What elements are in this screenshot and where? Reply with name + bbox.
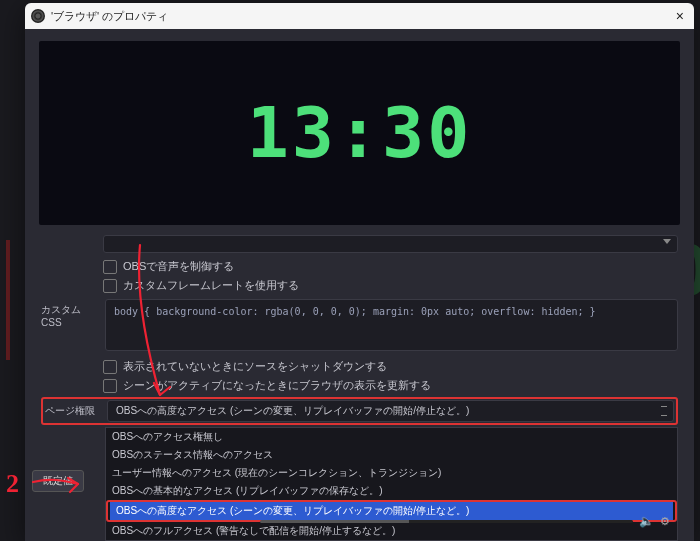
custom-fps-label: カスタムフレームレートを使用する bbox=[123, 278, 299, 293]
background-app-strip bbox=[0, 0, 25, 541]
page-permission-select[interactable]: OBSへの高度なアクセス (シーンの変更、リプレイバッファの開始/停止など。) bbox=[107, 400, 674, 422]
audio-meter bbox=[260, 520, 633, 523]
titlebar: 'ブラウザ' のプロパティ × bbox=[25, 3, 694, 29]
custom-css-textarea[interactable]: body { background-color: rgba(0, 0, 0, 0… bbox=[105, 299, 678, 351]
perm-option-basic[interactable]: OBSへの基本的なアクセス (リプレイバッファの保存など。) bbox=[106, 482, 677, 500]
perm-option-status[interactable]: OBSのステータス情報へのアクセス bbox=[106, 446, 677, 464]
collapsed-url-field[interactable] bbox=[103, 235, 678, 253]
custom-css-row: カスタム CSS body { background-color: rgba(0… bbox=[41, 299, 678, 351]
refresh-active-row[interactable]: シーンがアクティブになったときにブラウザの表示を更新する bbox=[103, 378, 678, 393]
form-area: OBSで音声を制御する カスタムフレームレートを使用する カスタム CSS bo… bbox=[25, 229, 694, 541]
obs-logo-icon bbox=[31, 9, 45, 23]
control-audio-label: OBSで音声を制御する bbox=[123, 259, 234, 274]
refresh-active-label: シーンがアクティブになったときにブラウザの表示を更新する bbox=[123, 378, 431, 393]
close-icon[interactable]: × bbox=[672, 8, 688, 24]
checkbox-icon[interactable] bbox=[103, 360, 117, 374]
audio-mixer-strip: 🔈 ⚙ bbox=[260, 511, 670, 531]
annotation-highlight-select: ページ権限 OBSへの高度なアクセス (シーンの変更、リプレイバッファの開始/停… bbox=[41, 397, 678, 425]
custom-fps-row[interactable]: カスタムフレームレートを使用する bbox=[103, 278, 678, 293]
properties-dialog: 'ブラウザ' のプロパティ × 13:30 OBSで音声を制御する カスタムフレ… bbox=[25, 3, 694, 541]
gear-icon[interactable]: ⚙ bbox=[660, 515, 670, 528]
volume-icon[interactable]: 🔈 bbox=[639, 514, 654, 528]
page-permission-label: ページ権限 bbox=[45, 404, 101, 418]
page-permission-row: ページ権限 OBSへの高度なアクセス (シーンの変更、リプレイバッファの開始/停… bbox=[45, 400, 674, 422]
custom-css-label: カスタム CSS bbox=[41, 299, 97, 328]
shutdown-hidden-label: 表示されていないときにソースをシャットダウンする bbox=[123, 359, 387, 374]
perm-option-user[interactable]: ユーザー情報へのアクセス (現在のシーンコレクション、トランジション) bbox=[106, 464, 677, 482]
checkbox-icon[interactable] bbox=[103, 279, 117, 293]
dialog-body: 13:30 OBSで音声を制御する カスタムフレームレートを使用する カスタム … bbox=[25, 29, 694, 541]
defaults-button[interactable]: 既定値 bbox=[32, 470, 84, 492]
page-permission-value: OBSへの高度なアクセス (シーンの変更、リプレイバッファの開始/停止など。) bbox=[116, 404, 469, 418]
preview-clock-text: 13:30 bbox=[247, 92, 473, 174]
shutdown-hidden-row[interactable]: 表示されていないときにソースをシャットダウンする bbox=[103, 359, 678, 374]
checkbox-icon[interactable] bbox=[103, 379, 117, 393]
checkbox-icon[interactable] bbox=[103, 260, 117, 274]
source-preview: 13:30 bbox=[39, 41, 680, 225]
control-audio-row[interactable]: OBSで音声を制御する bbox=[103, 259, 678, 274]
window-title: 'ブラウザ' のプロパティ bbox=[51, 9, 168, 24]
perm-option-none[interactable]: OBSへのアクセス権無し bbox=[106, 428, 677, 446]
